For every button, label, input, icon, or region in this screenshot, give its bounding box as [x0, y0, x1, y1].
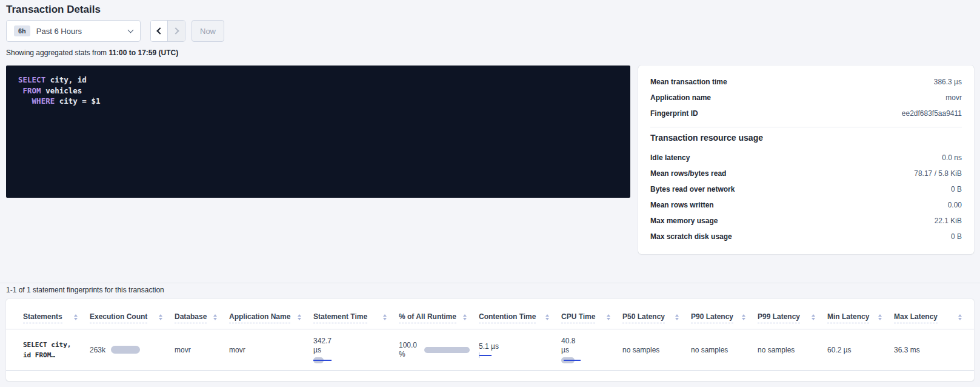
column-header-max-latency[interactable]: Max Latency [894, 312, 974, 323]
statement-line: id FROM… [23, 350, 85, 360]
sort-icon[interactable] [463, 314, 467, 321]
sort-icon[interactable] [675, 314, 679, 321]
sort-icon[interactable] [742, 314, 745, 321]
column-header-execution-count[interactable]: Execution Count [90, 312, 175, 323]
sort-icon[interactable] [383, 314, 387, 321]
cell-min-latency: 60.2 µs [827, 346, 894, 354]
summary-row: Bytes read over network0 B [650, 181, 962, 197]
column-header-statement-time[interactable]: Statement Time [313, 312, 399, 323]
summary-row-label: Max scratch disk usage [650, 232, 732, 241]
stats-range: 11:00 to 17:59 (UTC) [108, 49, 178, 57]
sort-icon[interactable] [878, 314, 882, 321]
column-label: Application Name [229, 312, 290, 323]
statement-count-text: 1-1 of 1 statement fingerprints for this… [6, 286, 164, 294]
summary-row: Mean transaction time386.3 µs [650, 74, 962, 90]
contention-time-value: 5.1 µs [479, 342, 556, 351]
time-nav-group [150, 20, 185, 42]
summary-row: Mean rows written0.00 [650, 197, 962, 213]
chevron-down-icon [128, 27, 134, 33]
column-label: Execution Count [90, 312, 147, 323]
summary-row-value: 78.17 / 5.8 KiB [914, 169, 962, 178]
cell-statement-time: 342.7 µs [313, 337, 399, 363]
column-header-min-latency[interactable]: Min Latency [827, 312, 894, 323]
summary-row-value: 386.3 µs [934, 78, 962, 86]
summary-divider [650, 127, 962, 127]
summary-row-label: Mean rows written [650, 201, 714, 209]
cell-pct-runtime: 100.0 % [399, 341, 479, 359]
execution-count-value: 263k [90, 346, 105, 354]
time-range-badge: 6h [14, 25, 30, 36]
cell-database: movr [175, 346, 229, 354]
sort-icon[interactable] [958, 314, 962, 321]
column-label: Database [175, 312, 207, 323]
summary-row-value: 0 B [951, 185, 962, 194]
summary-row-value: 0.0 ns [942, 153, 962, 162]
statements-table: Statements Execution Count Database Appl… [6, 299, 974, 381]
column-header-cpu-time[interactable]: CPU Time [561, 312, 622, 323]
statement-time-bar [313, 357, 394, 363]
summary-row-label: Bytes read over network [650, 185, 735, 194]
section-divider [0, 283, 980, 283]
statement-time-unit: µs [313, 346, 394, 355]
column-header-contention-time[interactable]: Contention Time [479, 312, 561, 323]
pct-runtime-bar [424, 347, 470, 353]
column-header-p50-latency[interactable]: P50 Latency [622, 312, 691, 323]
summary-row: Max memory usage22.1 KiB [650, 213, 962, 229]
now-button[interactable]: Now [192, 20, 224, 42]
column-header-statements[interactable]: Statements [23, 312, 90, 323]
column-header-pct-runtime[interactable]: % of All Runtime [399, 312, 479, 323]
summary-row-label: Idle latency [650, 153, 690, 162]
summary-row: Fingerprint IDee2df683f5aa9411 [650, 106, 962, 121]
summary-row: Mean rows/bytes read78.17 / 5.8 KiB [650, 166, 962, 181]
table-row[interactable]: SELECT city, id FROM… 263k movr movr 342… [6, 329, 974, 371]
summary-row-value: 22.1 KiB [935, 217, 962, 225]
cell-p99-latency: no samples [758, 346, 827, 354]
pct-runtime-unit: % [399, 350, 417, 359]
pct-runtime-value: 100.0 [399, 341, 417, 350]
column-header-database[interactable]: Database [175, 312, 229, 323]
summary-row-label: Mean rows/bytes read [650, 169, 726, 178]
summary-row-value: movr [945, 93, 962, 102]
contention-time-bar [479, 352, 556, 358]
column-label: Min Latency [827, 312, 869, 323]
cpu-time-bar [561, 357, 618, 363]
chevron-left-icon [156, 27, 163, 34]
sort-icon[interactable] [545, 314, 549, 321]
cell-p90-latency: no samples [691, 346, 758, 354]
column-label: Statement Time [313, 312, 367, 323]
sort-icon[interactable] [74, 314, 78, 321]
column-header-p90-latency[interactable]: P90 Latency [691, 312, 758, 323]
sort-icon[interactable] [607, 314, 610, 321]
table-header-row: Statements Execution Count Database Appl… [6, 299, 974, 329]
statement-time-value: 342.7 [313, 337, 394, 346]
resource-usage-title: Transaction resource usage [650, 133, 962, 143]
column-label: % of All Runtime [399, 312, 456, 323]
column-header-application-name[interactable]: Application Name [229, 312, 313, 323]
transaction-summary-card: Mean transaction time386.3 µsApplication… [638, 66, 974, 254]
time-controls: 6h Past 6 Hours Now [6, 20, 224, 42]
next-time-button[interactable] [168, 21, 185, 41]
sort-icon[interactable] [213, 314, 217, 321]
summary-row-label: Max memory usage [650, 217, 718, 225]
summary-row-value: ee2df683f5aa9411 [902, 109, 962, 118]
column-label: Statements [23, 312, 62, 323]
time-range-dropdown[interactable]: 6h Past 6 Hours [6, 20, 141, 42]
sort-icon[interactable] [812, 314, 815, 321]
chevron-right-icon [172, 27, 179, 34]
cell-p50-latency: no samples [622, 346, 691, 354]
cpu-time-value: 40.8 [561, 337, 618, 346]
column-label: P50 Latency [622, 312, 665, 323]
previous-time-button[interactable] [151, 21, 168, 41]
resource-rows: Idle latency0.0 nsMean rows/bytes read78… [650, 150, 962, 244]
cell-statement[interactable]: SELECT city, id FROM… [23, 340, 90, 360]
sort-icon[interactable] [298, 314, 301, 321]
cell-contention-time: 5.1 µs [479, 342, 561, 358]
cell-cpu-time: 40.8 µs [561, 337, 622, 363]
cell-max-latency: 36.3 ms [894, 346, 974, 354]
column-label: Contention Time [479, 312, 536, 323]
summary-row-value: 0.00 [948, 201, 962, 209]
summary-rows: Mean transaction time386.3 µsApplication… [650, 74, 962, 121]
execution-count-bar [111, 346, 140, 354]
sort-icon[interactable] [159, 314, 162, 321]
column-header-p99-latency[interactable]: P99 Latency [758, 312, 827, 323]
